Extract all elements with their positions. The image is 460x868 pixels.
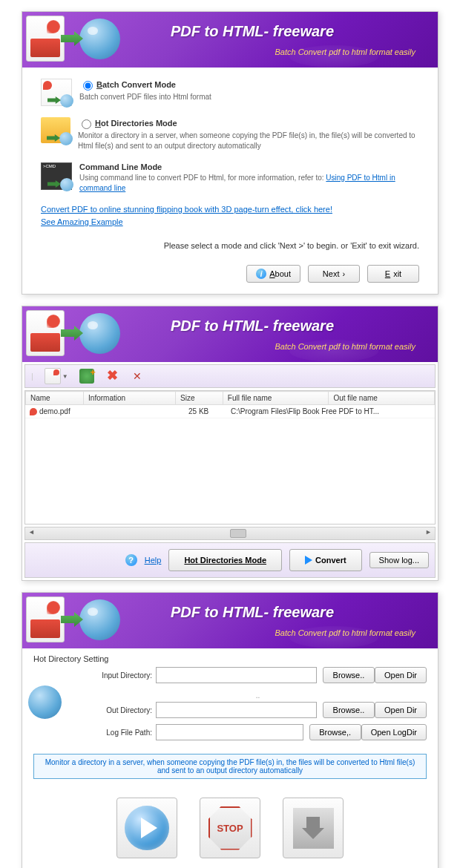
delete-button[interactable]: ✖ <box>105 369 120 384</box>
log-opendir-button[interactable]: Open LogDir <box>361 724 427 740</box>
header-logo <box>26 596 120 642</box>
cell-out <box>424 405 435 418</box>
out-opendir-button[interactable]: Open Dir <box>375 702 427 718</box>
out-dir-row: Out Directory: Browse.. Open Dir <box>78 702 438 718</box>
mode-select-window: PDF to HTML- freeware Batch Convert pdf … <box>22 11 438 295</box>
batch-convert-window: PDF to HTML- freeware Batch Convert pdf … <box>22 306 438 581</box>
log-path-label: Log File Path: <box>89 729 156 737</box>
pdf-icon <box>26 310 65 356</box>
info-message: Monitor a directory in a server, when so… <box>33 754 427 779</box>
hot-directory-window: PDF to HTML- freeware Batch Convert pdf … <box>22 592 438 868</box>
app-subtitle: Batch Convert pdf to html format easily <box>275 47 415 56</box>
hotdir-radio[interactable] <box>82 119 91 129</box>
app-title: PDF to HTML- freeware <box>171 604 334 621</box>
control-buttons: STOP <box>22 786 438 868</box>
instruction-text: Please select a mode and click 'Next >' … <box>41 241 419 250</box>
col-fullname[interactable]: Full file name <box>223 392 329 405</box>
hot-directories-button[interactable]: Hot Directories Mode <box>168 549 282 571</box>
example-link[interactable]: See Amazing Example <box>41 217 123 226</box>
add-file-button[interactable] <box>45 368 61 384</box>
cell-full: C:\Program Files\Flip Book Free PDF to H… <box>226 405 424 418</box>
show-log-button[interactable]: Show log... <box>369 552 429 568</box>
dropdown-icon[interactable]: ▼ <box>62 373 68 380</box>
mode-hotdir[interactable]: Hot Directories Mode Monitor a directory… <box>41 117 419 151</box>
globe-large-icon <box>28 685 62 719</box>
header-logo <box>26 16 120 62</box>
hotdir-title: Hot Directories Mode <box>95 119 177 128</box>
stop-sign-icon: STOP <box>208 806 252 850</box>
horizontal-scrollbar[interactable] <box>24 527 436 540</box>
input-dir-field[interactable] <box>156 667 317 683</box>
app-title: PDF to HTML- freeware <box>171 23 334 40</box>
exit-button[interactable]: Exit <box>367 265 419 283</box>
header-logo <box>26 310 120 356</box>
section-title: Hot Directory Setting <box>22 648 438 667</box>
col-size[interactable]: Size <box>176 392 223 405</box>
play-circle-icon <box>125 806 169 850</box>
cmd-desc: Using command line to convert PDF to Htm… <box>79 173 419 194</box>
batch-title: Batch Convert Mode <box>96 80 176 89</box>
pdf-icon <box>26 596 65 642</box>
log-browse-button[interactable]: Browse,. <box>309 724 361 740</box>
header: PDF to HTML- freeware Batch Convert pdf … <box>22 593 438 648</box>
globe-icon <box>79 19 120 59</box>
add-folder-button[interactable] <box>79 369 94 384</box>
pdf-icon <box>26 16 65 62</box>
cmd-title: Command Line Mode <box>79 162 162 171</box>
col-name[interactable]: Name <box>26 392 84 405</box>
header: PDF to HTML- freeware Batch Convert pdf … <box>22 12 438 68</box>
col-info[interactable]: Information <box>84 392 176 405</box>
input-dir-row: Input Directory: Browse.. Open Dir <box>78 667 438 683</box>
col-outname[interactable]: Out file name <box>329 392 435 405</box>
help-icon: ? <box>125 554 137 566</box>
cell-info <box>105 405 184 418</box>
globe-icon <box>79 313 120 354</box>
download-button[interactable] <box>283 798 344 858</box>
header: PDF to HTML- freeware Batch Convert pdf … <box>22 306 438 362</box>
input-dir-label: Input Directory: <box>89 671 156 680</box>
info-icon: i <box>256 269 266 279</box>
mode-cmdline: Command Line Mode Using command line to … <box>41 162 419 194</box>
log-path-field[interactable] <box>156 724 303 740</box>
convert-button[interactable]: Convert <box>289 549 362 571</box>
out-dir-label: Out Directory: <box>89 706 156 714</box>
start-button[interactable] <box>116 798 177 858</box>
cell-name: demo.pdf <box>39 407 70 415</box>
app-title: PDF to HTML- freeware <box>171 318 334 335</box>
down-arrow-icon <box>293 808 334 849</box>
pdf-file-icon <box>30 408 37 415</box>
hotdir-desc: Monitor a directory in a server, when so… <box>78 131 419 151</box>
table-row[interactable]: demo.pdf 25 KB C:\Program Files\Flip Boo… <box>25 405 435 418</box>
tools-button[interactable] <box>131 369 146 384</box>
app-subtitle: Batch Convert pdf to html format easily <box>275 628 415 637</box>
toolbar: | ▼ ✖ <box>24 364 436 388</box>
about-button[interactable]: iAbout <box>246 265 300 283</box>
cell-size: 25 KB <box>184 405 226 418</box>
input-opendir-button[interactable]: Open Dir <box>375 667 427 683</box>
table-header-row: Name Information Size Full file name Out… <box>26 392 435 405</box>
stop-button[interactable]: STOP <box>200 798 260 858</box>
app-subtitle: Batch Convert pdf to html format easily <box>275 342 415 351</box>
batch-desc: Batch convert PDF files into Html format <box>79 92 419 102</box>
dots-label: .. <box>78 689 438 702</box>
batch-radio[interactable] <box>83 81 93 91</box>
bottom-toolbar: ? Help Hot Directories Mode Convert Show… <box>24 542 436 578</box>
flipbook-link[interactable]: Convert PDF to online stunning flipping … <box>41 205 332 214</box>
out-browse-button[interactable]: Browse.. <box>323 702 375 718</box>
input-browse-button[interactable]: Browse.. <box>323 667 375 683</box>
cmd-mode-icon <box>41 162 72 190</box>
out-dir-field[interactable] <box>156 702 317 718</box>
log-path-row: Log File Path: Browse,. Open LogDir <box>78 724 438 740</box>
mode-batch[interactable]: Batch Convert Mode Batch convert PDF fil… <box>41 79 419 106</box>
batch-mode-icon <box>41 79 72 106</box>
play-icon <box>305 556 312 565</box>
next-button[interactable]: Next› <box>308 265 360 283</box>
globe-icon <box>79 599 120 640</box>
hotdir-mode-icon <box>41 117 70 143</box>
help-link[interactable]: Help <box>145 556 162 565</box>
file-table: Name Information Size Full file name Out… <box>24 390 436 525</box>
